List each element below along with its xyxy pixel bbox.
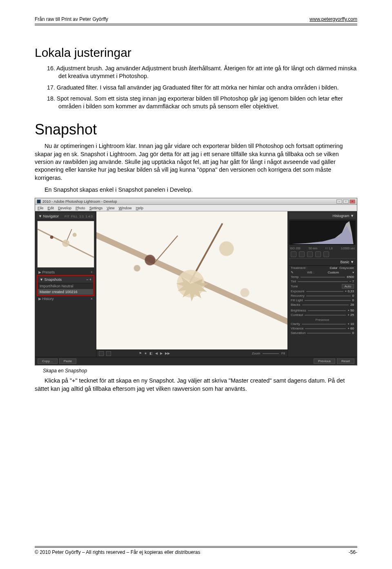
image-canvas[interactable] — [96, 211, 287, 349]
svg-point-3 — [62, 240, 69, 247]
menu-help[interactable]: Help — [136, 206, 144, 210]
paragraph-snapshot-2: En Snapshot skapas enkel i Snapshot pane… — [35, 186, 357, 194]
svg-point-4 — [72, 233, 76, 237]
history-clear-icon[interactable]: × — [91, 297, 93, 301]
wb-row[interactable]: ✎ WB : Custom ▾ — [289, 270, 356, 275]
basic-header[interactable]: Basic ▼ — [289, 258, 356, 266]
lr-titlebar: 2010 - Adobe Photoshop Lightroom - Devel… — [35, 198, 357, 205]
lr-center-canvas: ⚑ ★ ◧ ◀ ▶ ▶▶ Zoom Fit — [96, 211, 287, 357]
zoom-slider[interactable] — [263, 353, 279, 354]
nav-zoom-fill[interactable]: FILL — [71, 215, 78, 218]
prev-icon[interactable]: ◀ — [155, 352, 158, 355]
label-icon[interactable]: ◧ — [149, 352, 153, 355]
contrast-slider[interactable]: Contrast+ 25 — [289, 313, 356, 317]
maximize-icon[interactable]: ▫ — [343, 199, 349, 204]
paragraph-snapshot-1: Nu är optimeringen i Lightroom klar. Inn… — [35, 142, 357, 181]
rating-icon[interactable]: ★ — [144, 352, 147, 355]
gradient-tool-icon[interactable] — [315, 251, 321, 257]
histogram[interactable] — [289, 220, 356, 245]
paste-button[interactable]: Paste — [59, 358, 76, 364]
flag-icon[interactable]: ⚑ — [139, 352, 142, 355]
menu-photo[interactable]: Photo — [76, 206, 85, 210]
lr-menubar: File Edit Develop Photo Settings View Wi… — [35, 205, 357, 211]
temp-slider[interactable]: Temp6500 — [289, 275, 356, 279]
filllight-slider[interactable]: Fill Light0 — [289, 298, 356, 302]
header-link[interactable]: www.petergyorffy.com — [310, 16, 357, 22]
svg-point-13 — [134, 265, 140, 271]
svg-point-5 — [50, 236, 53, 239]
list-item-16: 16. Adjustment brush. Jag använder Adjus… — [47, 65, 357, 81]
exposure-slider[interactable]: Exposure+ 0,33 — [289, 289, 356, 293]
auto-button[interactable]: Auto — [342, 284, 354, 289]
saturation-slider[interactable]: Saturation0 — [289, 331, 356, 335]
redeye-tool-icon[interactable] — [307, 251, 313, 257]
next-icon[interactable]: ▶ — [160, 352, 163, 355]
play-icon[interactable]: ▶▶ — [165, 352, 170, 355]
svg-point-14 — [240, 288, 249, 297]
compare-icon[interactable] — [106, 351, 111, 356]
list-item-17: 17. Graduated filter. I vissa fall använ… — [47, 84, 357, 92]
treatment-row: Treatment : Color Grayscale — [289, 266, 356, 270]
lr-right-panel: Histogram ▼ ISO 200 50 mm f / 1,8 1/2000… — [287, 211, 357, 357]
heading-snapshot: Snapshot — [35, 121, 357, 138]
heading-lokala-justeringar: Lokala justeringar — [35, 46, 357, 60]
menu-edit[interactable]: Edit — [48, 206, 54, 210]
presence-label: Presence — [289, 317, 356, 322]
menu-settings[interactable]: Settings — [89, 206, 103, 210]
nav-zoom-ratio[interactable]: 1.4:3 — [85, 215, 93, 218]
vibrance-slider[interactable]: Vibrance+ 60 — [289, 326, 356, 331]
zoom-fit-label[interactable]: Fit — [281, 352, 285, 355]
tint-slider[interactable]: Tint− 7 — [289, 279, 356, 284]
list-item-18: 18. Spot removal. Som ett sista steg inn… — [47, 95, 357, 111]
header-rule-thin — [35, 25, 357, 25]
menu-file[interactable]: File — [38, 206, 44, 210]
menu-develop[interactable]: Develop — [58, 206, 71, 210]
snapshot-remove-icon[interactable]: − — [86, 278, 88, 282]
histogram-info: ISO 200 50 mm f / 1,8 1/2000 sec — [289, 246, 356, 250]
previous-button[interactable]: Previous — [314, 358, 335, 364]
nav-zoom-fit[interactable]: FIT — [65, 215, 69, 218]
presets-header[interactable]: ▶ Presets+ — [37, 269, 94, 275]
eyedropper-icon[interactable]: ✎ — [291, 271, 294, 274]
snapshots-panel-highlight: ▼ Snapshots − + Import/Nikon Neutral Mas… — [37, 275, 94, 296]
tone-row: ToneAuto — [289, 284, 356, 289]
brush-tool-icon[interactable] — [323, 251, 329, 257]
navigator-thumbnail[interactable] — [37, 221, 94, 268]
footer-rule-thin — [35, 546, 357, 547]
center-toolbar: ⚑ ★ ◧ ◀ ▶ ▶▶ Zoom Fit — [96, 349, 287, 357]
copy-button[interactable]: Copy… — [38, 358, 58, 364]
history-header[interactable]: ▶ History× — [37, 296, 94, 302]
treatment-grayscale[interactable]: Grayscale — [339, 266, 354, 270]
crop-tool-icon[interactable] — [291, 251, 296, 257]
loupe-icon[interactable] — [99, 351, 104, 356]
nav-zoom-11[interactable]: 1:1 — [79, 215, 84, 218]
footer-copyright: © 2010 Peter Györffy – All rights reserv… — [35, 549, 200, 555]
svg-point-12 — [145, 255, 155, 266]
zoom-label: Zoom — [252, 352, 260, 355]
footer-rule-thick — [35, 547, 357, 548]
blacks-slider[interactable]: Blacks28 — [289, 302, 356, 307]
snapshot-item-1[interactable]: Import/Nikon Neutral — [38, 283, 93, 289]
histogram-header[interactable]: Histogram ▼ — [289, 213, 356, 220]
recovery-slider[interactable]: Recovery0 — [289, 293, 356, 298]
lr-app-icon — [37, 199, 41, 204]
svg-point-11 — [219, 242, 234, 256]
snapshot-add-icon[interactable]: + — [89, 278, 91, 282]
reset-button[interactable]: Reset — [337, 358, 354, 364]
clarity-slider[interactable]: Clarity+ 10 — [289, 322, 356, 326]
lr-bottom-bar: Copy… Paste Previous Reset — [35, 357, 357, 365]
close-icon[interactable]: × — [350, 199, 355, 204]
treatment-color[interactable]: Color — [330, 266, 337, 270]
dropdown-icon[interactable]: ▾ — [352, 271, 354, 274]
plus-icon[interactable]: + — [91, 270, 93, 274]
snapshots-header[interactable]: ▼ Snapshots − + — [38, 276, 93, 283]
footer-page-number: -56- — [349, 549, 357, 555]
snapshot-item-2[interactable]: Master created 100216 — [38, 289, 93, 295]
menu-window[interactable]: Window — [119, 206, 132, 210]
minimize-icon[interactable]: – — [336, 199, 342, 204]
brightness-slider[interactable]: Brightness+ 50 — [289, 308, 356, 313]
menu-view[interactable]: View — [107, 206, 114, 210]
tool-strip — [289, 250, 356, 258]
navigator-header[interactable]: ▼ Navigator FIT FILL 1:1 1.4:3 — [37, 213, 94, 220]
spot-tool-icon[interactable] — [299, 251, 305, 257]
